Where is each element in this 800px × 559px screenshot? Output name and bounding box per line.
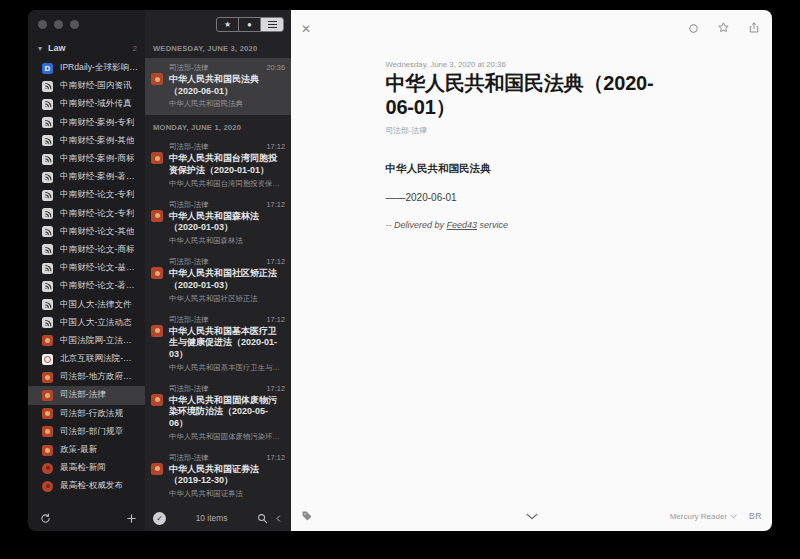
rss-icon (42, 154, 53, 165)
item-feed-name: 司法部-法律 (169, 384, 208, 394)
sidebar-item-label: 中国法院网-立法追踪 (60, 335, 139, 347)
mark-unread-icon[interactable] (688, 20, 699, 38)
item-title: 中华人民共和国社区矫正法（2020-01-03） (169, 268, 285, 291)
rss-icon (42, 81, 53, 92)
add-subscription-icon[interactable] (126, 513, 137, 524)
item-feed-name: 司法部-法律 (169, 200, 208, 210)
sidebar-item[interactable]: 中国人大-立法动态 (28, 314, 145, 332)
sidebar-item-label: 中南财经-域外传真 (60, 98, 132, 110)
sidebar-item-label: 政策-最新 (60, 444, 97, 456)
star-article-icon[interactable] (717, 20, 730, 38)
sidebar-item[interactable]: 中南财经-案例-其他 (28, 132, 145, 150)
reader-pane: ✕ Wednesday, June 3, 2020 at 20:36 中华人民共… (291, 10, 772, 531)
list-toolbar: ✓ 10 items (145, 505, 291, 531)
item-summary: 中华人民共和国基本医疗卫生与健康促进法 (169, 363, 285, 373)
article-list-item[interactable]: 司法部-法律17:12中华人民共和国台湾同胞投资保护法（2020-01-01）中… (145, 137, 291, 194)
sidebar-group-label: Law (48, 43, 66, 53)
sidebar-item-label: 司法部-地方政府规章 (60, 371, 139, 383)
emblem-icon (151, 325, 163, 337)
article-body: 中华人民共和国民法典 ——2020-06-01 -- Delivered by … (386, 162, 678, 230)
item-time: 17:12 (267, 384, 286, 394)
round-emblem-icon (42, 481, 53, 492)
item-feed-name: 司法部-法律 (169, 63, 208, 73)
sidebar-item[interactable]: 中南财经-论文-著作权 (28, 277, 145, 295)
emblem-icon (42, 408, 53, 419)
filter-all-tab[interactable] (261, 18, 283, 31)
sidebar-item[interactable]: 中南财经-域外传真 (28, 95, 145, 113)
sidebar-item[interactable]: 政策-最新 (28, 441, 145, 459)
sidebar-item[interactable]: 北京互联网法院-典型案例 (28, 350, 145, 368)
sidebar-item[interactable]: 中南财经-论文-基础理论 (28, 259, 145, 277)
feed43-link[interactable]: Feed43 (447, 220, 478, 230)
sidebar-item-label: 中南财经-论文-著作权 (60, 280, 139, 292)
item-title: 中华人民共和国森林法（2020-01-03） (169, 211, 285, 234)
sidebar-item-label: 中南财经-论文-专利 (60, 208, 134, 220)
filter-starred-tab[interactable]: ★ (217, 18, 239, 31)
sidebar-item[interactable]: 中南财经-论文-商标 (28, 241, 145, 259)
sidebar-item[interactable]: 中南财经-案例-专利 (28, 114, 145, 132)
sidebar-item[interactable]: 司法部-地方政府规章 (28, 368, 145, 386)
appearance-toggle[interactable]: BR (749, 511, 762, 521)
filter-unread-tab[interactable]: ● (239, 18, 261, 31)
article-list-item[interactable]: 司法部-法律17:12中华人民共和国基本医疗卫生与健康促进法（2020-01-0… (145, 310, 291, 379)
article-date: Wednesday, June 3, 2020 at 20:36 (386, 60, 678, 69)
unread-count-badge: 2 (133, 44, 137, 53)
sidebar-item-label: IPRdaily-全球影响力的... (60, 62, 139, 74)
chevron-down-icon[interactable] (525, 512, 538, 521)
sidebar-item[interactable]: 司法部-行政法规 (28, 405, 145, 423)
sidebar-item[interactable]: 中南财经-案例-著作权 (28, 168, 145, 186)
zoom-window-button[interactable] (70, 20, 79, 29)
sidebar-item[interactable]: 司法部-部门规章 (28, 423, 145, 441)
item-title: 中华人民共和国证券法（2019-12-30） (169, 464, 285, 487)
sidebar-item-label: 中南财经-案例-著作权 (60, 171, 139, 183)
sidebar-item[interactable]: 中南财经-论文-专利 (28, 186, 145, 204)
sidebar-item[interactable]: DIPRdaily-全球影响力的... (28, 59, 145, 77)
reader-footer: Mercury Reader BR (291, 505, 772, 531)
sidebar-item[interactable]: 最高检-新闻 (28, 459, 145, 477)
sidebar-item-label: 司法部-部门规章 (60, 426, 123, 438)
article-body-heading: 中华人民共和国民法典 (386, 162, 678, 176)
share-icon[interactable] (748, 20, 760, 38)
reader-mode-selector[interactable]: Mercury Reader (670, 512, 737, 521)
article-list-column: ★ ● WEDNESDAY, JUNE 3, 2020司法部-法律20:36中华… (145, 10, 291, 531)
sidebar-item[interactable]: 中南财经-国内资讯 (28, 77, 145, 95)
star-icon: ★ (224, 21, 231, 29)
sidebar-item[interactable]: 中国法院网-立法追踪 (28, 332, 145, 350)
item-time: 17:12 (267, 200, 286, 210)
close-window-button[interactable] (38, 20, 47, 29)
sidebar: ▾ Law 2 DIPRdaily-全球影响力的...中南财经-国内资讯中南财经… (28, 10, 145, 531)
item-title: 中华人民共和国台湾同胞投资保护法（2020-01-01） (169, 153, 285, 176)
sidebar-group-law[interactable]: ▾ Law 2 (28, 37, 145, 57)
item-time: 17:12 (267, 142, 286, 152)
collapse-panel-icon[interactable] (274, 513, 283, 524)
item-summary: 中华人民共和国森林法 (169, 236, 285, 246)
mark-all-read-icon[interactable]: ✓ (153, 512, 166, 525)
article-list-item[interactable]: 司法部-法律17:12中华人民共和国固体废物污染环境防治法（2020-05-06… (145, 379, 291, 448)
sidebar-item-label: 司法部-法律 (60, 389, 106, 401)
minimize-window-button[interactable] (54, 20, 63, 29)
round-emblem-icon (42, 463, 53, 474)
rss-icon (42, 172, 53, 183)
article-list-item[interactable]: 司法部-法律17:12中华人民共和国社区矫正法（2020-01-03）中华人民共… (145, 252, 291, 309)
close-article-icon[interactable]: ✕ (301, 22, 311, 36)
sidebar-item[interactable]: 中南财经-论文-其他 (28, 223, 145, 241)
tag-icon[interactable] (301, 510, 313, 522)
sidebar-item[interactable]: 最高检-权威发布 (28, 477, 145, 495)
item-feed-name: 司法部-法律 (169, 142, 208, 152)
sidebar-item[interactable]: 司法部-法律 (28, 386, 145, 404)
iprdaily-icon: D (42, 63, 53, 74)
window-controls (28, 10, 145, 37)
article-list-item[interactable]: 司法部-法律17:12中华人民共和国证券法（2019-12-30）中华人民共和国… (145, 448, 291, 505)
delivered-by-line: -- Delivered by Feed43 service (386, 220, 678, 230)
reader-toolbar: ✕ (291, 10, 772, 38)
sidebar-item[interactable]: 中国人大-法律文件 (28, 295, 145, 313)
article-list-item[interactable]: 司法部-法律17:12中华人民共和国森林法（2020-01-03）中华人民共和国… (145, 195, 291, 252)
search-icon[interactable] (257, 513, 268, 524)
sidebar-item[interactable]: 中南财经-案例-商标 (28, 150, 145, 168)
article-list-item[interactable]: 司法部-法律20:36中华人民共和国民法典（2020-06-01）中华人民共和国… (145, 58, 291, 115)
refresh-icon[interactable] (40, 513, 51, 524)
item-time: 20:36 (267, 63, 286, 73)
rss-icon (42, 117, 53, 128)
sidebar-item-label: 中南财经-案例-其他 (60, 135, 134, 147)
sidebar-item[interactable]: 中南财经-论文-专利 (28, 205, 145, 223)
